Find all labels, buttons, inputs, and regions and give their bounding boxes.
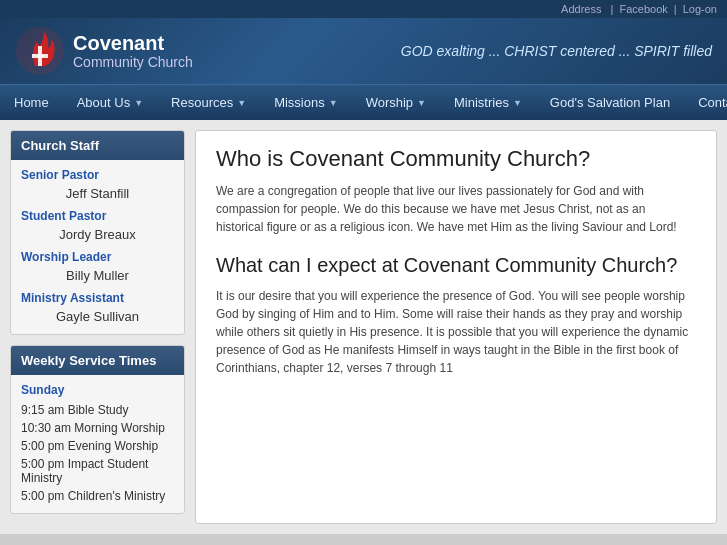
top-bar: Address | Facebook | Log-on <box>0 0 727 18</box>
role-worship-leader: Worship Leader <box>21 250 174 264</box>
content-heading-2: What can I expect at Covenant Community … <box>216 254 696 277</box>
tagline: GOD exalting ... CHRIST centered ... SPI… <box>401 43 712 59</box>
service-time-1: 9:15 am Bible Study <box>21 401 174 419</box>
logo-area: Covenant Community Church GOD exalting .… <box>0 18 727 84</box>
content-heading-1: Who is Covenant Community Church? <box>216 146 696 172</box>
name-worship-leader: Billy Muller <box>21 266 174 285</box>
nav-about[interactable]: About Us ▼ <box>63 85 157 120</box>
church-name-line1: Covenant <box>73 32 193 54</box>
main-nav: Home About Us ▼ Resources ▼ Missions ▼ W… <box>0 84 727 120</box>
content-paragraph-2: It is our desire that you will experienc… <box>216 287 696 377</box>
logon-link[interactable]: Log-on <box>683 3 717 15</box>
content-paragraph-1: We are a congregation of people that liv… <box>216 182 696 236</box>
nav-resources[interactable]: Resources ▼ <box>157 85 260 120</box>
church-staff-title: Church Staff <box>11 131 184 160</box>
nav-salvation[interactable]: God's Salvation Plan <box>536 85 684 120</box>
main-area: Church Staff Senior Pastor Jeff Stanfill… <box>0 120 727 534</box>
name-senior-pastor: Jeff Stanfill <box>21 184 174 203</box>
role-senior-pastor: Senior Pastor <box>21 168 174 182</box>
role-ministry-assistant: Ministry Assistant <box>21 291 174 305</box>
facebook-link[interactable]: Facebook <box>619 3 667 15</box>
church-name-line2: Community Church <box>73 54 193 70</box>
logo-text: Covenant Community Church <box>73 32 193 70</box>
service-time-4: 5:00 pm Impact Student Ministry <box>21 455 174 487</box>
nav-worship-arrow: ▼ <box>417 98 426 108</box>
name-ministry-assistant: Gayle Sullivan <box>21 307 174 326</box>
nav-resources-arrow: ▼ <box>237 98 246 108</box>
nav-ministries[interactable]: Ministries ▼ <box>440 85 536 120</box>
nav-home[interactable]: Home <box>0 85 63 120</box>
main-content: Who is Covenant Community Church? We are… <box>195 130 717 524</box>
separator1: | <box>611 3 614 15</box>
service-times-box: Weekly Service Times Sunday 9:15 am Bibl… <box>10 345 185 514</box>
nav-about-arrow: ▼ <box>134 98 143 108</box>
role-student-pastor: Student Pastor <box>21 209 174 223</box>
nav-missions[interactable]: Missions ▼ <box>260 85 352 120</box>
service-time-2: 10:30 am Morning Worship <box>21 419 174 437</box>
church-staff-box: Church Staff Senior Pastor Jeff Stanfill… <box>10 130 185 335</box>
address-link[interactable]: Address <box>561 3 601 15</box>
nav-ministries-arrow: ▼ <box>513 98 522 108</box>
svg-rect-2 <box>32 54 48 58</box>
service-time-3: 5:00 pm Evening Worship <box>21 437 174 455</box>
service-time-5: 5:00 pm Children's Ministry <box>21 487 174 505</box>
separator2: | <box>674 3 677 15</box>
church-staff-content: Senior Pastor Jeff Stanfill Student Past… <box>11 160 184 334</box>
nav-missions-arrow: ▼ <box>329 98 338 108</box>
nav-contact[interactable]: Contact Us <box>684 85 727 120</box>
church-logo-icon <box>15 26 65 76</box>
service-day-sunday: Sunday <box>21 383 174 397</box>
sidebar: Church Staff Senior Pastor Jeff Stanfill… <box>10 130 185 524</box>
name-student-pastor: Jordy Breaux <box>21 225 174 244</box>
service-times-content: Sunday 9:15 am Bible Study 10:30 am Morn… <box>11 375 184 513</box>
nav-worship[interactable]: Worship ▼ <box>352 85 440 120</box>
service-times-title: Weekly Service Times <box>11 346 184 375</box>
